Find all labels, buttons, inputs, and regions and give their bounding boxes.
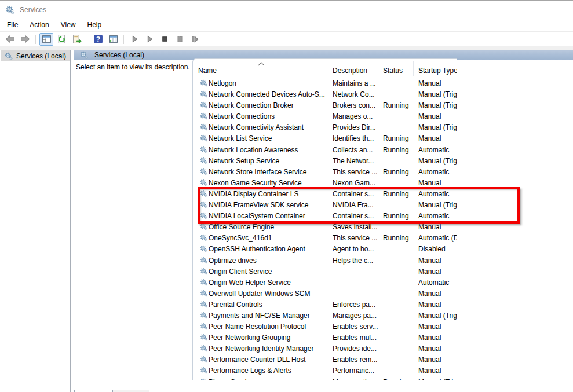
table-row[interactable]: NVIDIA Display Container LS Container s.… xyxy=(193,189,457,200)
service-description: Brokers con... xyxy=(333,101,381,109)
service-name: Peer Networking Grouping xyxy=(209,334,327,342)
service-gear-icon xyxy=(200,201,207,208)
toolbar: ? xyxy=(0,32,573,46)
column-header-startup-type[interactable]: Startup Type xyxy=(418,67,457,75)
column-header-name[interactable]: Name xyxy=(198,67,217,75)
menu-file[interactable]: File xyxy=(1,19,24,31)
menu-help[interactable]: Help xyxy=(82,19,108,31)
service-description: Maintains a ... xyxy=(333,79,381,87)
service-gear-icon xyxy=(200,257,207,264)
export-list-icon xyxy=(72,34,82,44)
tree-item-services-local[interactable]: Services (Local) xyxy=(1,50,70,61)
table-row[interactable]: Overwolf Updater Windows SCM Manual Loca… xyxy=(193,288,457,299)
table-row[interactable]: Optimize drives Helps the c... Manual Lo… xyxy=(193,255,457,266)
service-description: This service ... xyxy=(333,234,381,242)
menu-action[interactable]: Action xyxy=(24,19,54,31)
service-gear-icon xyxy=(200,190,207,197)
table-row[interactable]: Network Connectivity Assistant Provides … xyxy=(193,122,457,133)
tab-extended[interactable] xyxy=(74,390,113,392)
service-status: Running xyxy=(383,190,415,198)
service-name: Network Connectivity Assistant xyxy=(209,123,327,131)
resume-service-button[interactable] xyxy=(143,33,156,46)
column-separator[interactable] xyxy=(379,61,379,76)
table-row[interactable]: NVIDIA FrameView SDK service NVIDIA Fra.… xyxy=(193,200,457,211)
table-row[interactable]: Parental Controls Enforces pa... Manual … xyxy=(193,299,457,310)
service-startup-type: Manual xyxy=(418,112,457,120)
column-header-description[interactable]: Description xyxy=(333,67,367,75)
pause-service-button[interactable] xyxy=(173,33,187,46)
service-description: Container s... xyxy=(333,212,381,220)
column-separator[interactable] xyxy=(413,61,414,76)
table-row[interactable]: Network Connection Broker Brokers con...… xyxy=(193,100,457,111)
console-tree-panel: Services (Local) xyxy=(0,50,71,392)
service-status: Running xyxy=(383,212,415,220)
table-row[interactable]: Network Connected Devices Auto-S... Netw… xyxy=(193,89,457,100)
service-name: Network Setup Service xyxy=(209,157,327,165)
help-button[interactable]: ? xyxy=(91,33,105,46)
service-gear-icon xyxy=(200,345,207,352)
service-description: Enables rem... xyxy=(333,356,381,364)
service-gear-icon xyxy=(200,112,207,120)
stop-service-button[interactable] xyxy=(158,33,171,46)
service-status: Running xyxy=(383,378,415,380)
table-row[interactable]: Peer Name Resolution Protocol Enables se… xyxy=(193,321,457,332)
service-name: Origin Web Helper Service xyxy=(209,279,327,287)
service-name: Nexon Game Security Service xyxy=(209,179,327,187)
show-console-tree-button[interactable] xyxy=(39,33,53,46)
table-row[interactable]: Office Source Engine Saves install... Ma… xyxy=(193,222,457,233)
refresh-button[interactable] xyxy=(54,33,68,46)
forward-button[interactable] xyxy=(18,33,32,46)
toolbar-separator xyxy=(123,35,124,44)
table-row[interactable]: Network Location Awareness Collects an..… xyxy=(193,145,457,156)
table-row[interactable]: Peer Networking Grouping Enables mul... … xyxy=(193,332,457,343)
tab-standard[interactable] xyxy=(112,390,149,392)
table-row[interactable]: Netlogon Maintains a ... Manual Local Sy… xyxy=(193,78,457,89)
service-status: Running xyxy=(383,146,415,154)
restart-icon xyxy=(190,34,200,44)
show-action-pane-button[interactable] xyxy=(106,33,120,46)
services-gear-icon xyxy=(80,51,88,59)
table-row[interactable]: Origin Web Helper Service Automatic Loca… xyxy=(193,277,457,288)
column-header-status[interactable]: Status xyxy=(383,67,403,75)
back-button[interactable] xyxy=(3,33,17,46)
service-startup-type: Automatic (D... xyxy=(418,234,457,242)
service-name: OneSyncSvc_416d1 xyxy=(209,234,327,242)
table-row[interactable]: OpenSSH Authentication Agent Agent to ho… xyxy=(193,244,457,255)
table-row[interactable]: Network List Service Identifies th... Ru… xyxy=(193,133,457,144)
service-gear-icon xyxy=(200,290,207,297)
service-startup-type: Automatic xyxy=(418,168,457,176)
table-row[interactable]: Peer Networking Identity Manager Provide… xyxy=(193,343,457,354)
description-hint: Select an item to view its description. xyxy=(76,63,192,71)
service-description: Identifies th... xyxy=(333,134,381,142)
start-service-button[interactable] xyxy=(127,33,141,46)
panel-header-title: Services (Local) xyxy=(94,51,144,59)
services-app-icon xyxy=(5,5,15,14)
service-gear-icon xyxy=(200,90,207,98)
service-startup-type: Manual (Trig... xyxy=(418,123,457,131)
table-row[interactable]: Performance Logs & Alerts Performanc... … xyxy=(193,365,457,376)
service-name: Parental Controls xyxy=(209,301,327,309)
export-list-button[interactable] xyxy=(70,33,83,46)
table-row[interactable]: Payments and NFC/SE Manager Manages pa..… xyxy=(193,310,457,321)
table-row[interactable]: Nexon Game Security Service Nexon Gam...… xyxy=(193,178,457,189)
menu-view[interactable]: View xyxy=(55,19,82,31)
table-row[interactable]: Phone Service Manages th... Running Manu… xyxy=(193,377,457,380)
service-gear-icon xyxy=(200,268,207,275)
column-separator[interactable] xyxy=(329,61,329,76)
table-row[interactable]: Performance Counter DLL Host Enables rem… xyxy=(193,354,457,365)
table-row[interactable]: Origin Client Service Manual Local Syste… xyxy=(193,266,457,277)
svg-text:?: ? xyxy=(96,35,100,43)
service-description: Performanc... xyxy=(333,367,381,375)
service-description: Enables mul... xyxy=(333,334,381,342)
service-gear-icon xyxy=(200,301,207,308)
table-row[interactable]: NVIDIA LocalSystem Container Container s… xyxy=(193,211,457,222)
table-row[interactable]: OneSyncSvc_416d1 This service ... Runnin… xyxy=(193,233,457,244)
table-row[interactable]: Network Setup Service The Networ... Manu… xyxy=(193,156,457,167)
service-startup-type: Manual (Trig... xyxy=(418,101,457,109)
restart-service-button[interactable] xyxy=(188,33,202,46)
service-gear-icon xyxy=(200,234,207,241)
table-row[interactable]: Network Store Interface Service This ser… xyxy=(193,167,457,178)
table-row[interactable]: Network Connections Manages o... Manual … xyxy=(193,111,457,122)
service-name: Payments and NFC/SE Manager xyxy=(209,312,327,320)
service-description: Manages o... xyxy=(333,112,381,120)
